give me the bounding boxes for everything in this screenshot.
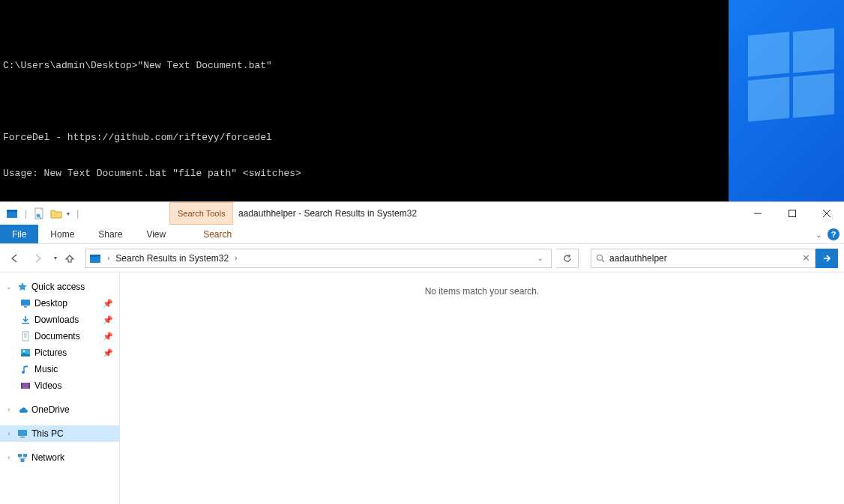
navpane-music[interactable]: Music (0, 361, 119, 377)
ribbon-tab-view[interactable]: View (134, 225, 178, 243)
navpane-label: Videos (34, 380, 119, 391)
svg-point-20 (23, 350, 25, 353)
location-icon (89, 252, 101, 264)
navigation-pane: ⌄ Quick access Desktop 📌 Downloads 📌 (0, 273, 120, 504)
navpane-label: Music (34, 364, 119, 374)
search-go-button[interactable] (816, 249, 838, 268)
windows-logo (748, 34, 838, 124)
downloads-icon (19, 314, 31, 326)
empty-results-message: No items match your search. (120, 286, 844, 297)
console-line: C:\Users\admin\Desktop>"New Text Documen… (3, 60, 726, 72)
svg-rect-12 (21, 300, 30, 306)
up-button[interactable] (64, 253, 81, 264)
pin-icon: 📌 (103, 332, 113, 341)
separator: | (76, 208, 79, 219)
svg-rect-1 (7, 210, 17, 212)
navigation-bar: ▾ › Search Results in System32 › ⌄ ✕ (0, 244, 844, 273)
network-icon (16, 452, 28, 464)
close-button[interactable] (810, 202, 844, 225)
clear-search-icon[interactable]: ✕ (802, 252, 810, 264)
pictures-icon (19, 347, 31, 359)
onedrive-icon (16, 404, 28, 416)
expand-icon[interactable]: › (4, 454, 13, 461)
expand-icon[interactable]: › (4, 430, 13, 437)
navpane-onedrive[interactable]: › OneDrive (0, 401, 119, 418)
explorer-icon (6, 207, 18, 219)
desktop-icon (19, 297, 31, 309)
svg-rect-26 (20, 437, 25, 438)
help-icon[interactable]: ? (828, 228, 840, 240)
pin-icon: 📌 (103, 299, 113, 309)
expand-ribbon-icon[interactable]: ⌄ (816, 231, 822, 239)
chevron-right-icon[interactable]: › (104, 254, 112, 262)
svg-rect-9 (90, 255, 100, 257)
svg-rect-15 (22, 332, 28, 341)
svg-rect-5 (789, 210, 796, 217)
svg-point-3 (37, 214, 40, 218)
svg-rect-13 (24, 306, 27, 308)
ribbon-tabs: File Home Share View Search ⌄ ? (0, 225, 844, 244)
back-button[interactable] (6, 249, 24, 267)
properties-icon[interactable] (34, 207, 46, 219)
collapse-icon[interactable]: ⌄ (4, 283, 13, 291)
navpane-desktop[interactable]: Desktop 📌 (0, 295, 119, 312)
navpane-downloads[interactable]: Downloads 📌 (0, 312, 119, 328)
file-explorer-window: | ▾ | Search Tools aadauthhelper - Searc… (0, 201, 844, 504)
svg-point-21 (22, 371, 25, 374)
forward-button[interactable] (28, 249, 46, 267)
search-box[interactable]: ✕ (591, 249, 816, 268)
qat-dropdown-icon[interactable]: ▾ (67, 210, 70, 217)
documents-icon (19, 330, 31, 342)
address-segment[interactable]: Search Results in System32 (115, 253, 229, 264)
refresh-button[interactable] (556, 249, 579, 268)
navpane-network[interactable]: › Network (0, 449, 119, 466)
search-icon (596, 254, 605, 263)
minimize-button[interactable] (741, 202, 775, 225)
address-dropdown-icon[interactable]: ⌄ (533, 255, 548, 262)
this-pc-icon (16, 428, 28, 440)
window-title: aadauthhelper - Search Results in System… (238, 202, 417, 225)
search-input[interactable] (609, 253, 798, 264)
star-icon (16, 281, 28, 293)
navpane-label: OneDrive (31, 404, 119, 415)
navpane-videos[interactable]: Videos (0, 377, 119, 394)
videos-icon (19, 380, 31, 392)
navpane-label: Network (31, 452, 119, 463)
navpane-pictures[interactable]: Pictures 📌 (0, 344, 119, 361)
new-folder-icon[interactable] (50, 207, 62, 219)
svg-rect-28 (23, 454, 27, 457)
expand-icon[interactable]: › (4, 406, 13, 413)
results-pane: No items match your search. (120, 273, 844, 504)
svg-point-10 (597, 255, 603, 260)
address-bar[interactable]: › Search Results in System32 › ⌄ (85, 249, 552, 268)
context-tab-label: Search Tools (178, 209, 225, 218)
svg-rect-14 (22, 323, 29, 324)
separator: | (25, 208, 27, 219)
recent-locations-button[interactable]: ▾ (51, 255, 60, 261)
context-tab-search-tools: Search Tools (169, 202, 233, 225)
pin-icon: 📌 (103, 315, 113, 325)
svg-rect-24 (28, 383, 30, 389)
maximize-button[interactable] (775, 202, 810, 225)
navpane-label: Quick access (31, 282, 119, 292)
svg-rect-29 (21, 459, 25, 462)
title-bar: | ▾ | Search Tools aadauthhelper - Searc… (0, 202, 844, 225)
svg-line-11 (602, 260, 604, 262)
command-prompt-window[interactable]: C:\Users\admin\Desktop>"New Text Documen… (0, 0, 729, 201)
navpane-quick-access[interactable]: ⌄ Quick access (0, 279, 119, 295)
chevron-right-icon[interactable]: › (232, 254, 240, 262)
svg-rect-23 (21, 383, 22, 389)
svg-rect-27 (18, 454, 22, 457)
ribbon-tab-home[interactable]: Home (38, 225, 86, 243)
navpane-documents[interactable]: Documents 📌 (0, 328, 119, 344)
navpane-label: This PC (31, 428, 119, 439)
console-line: Usage: New Text Document.bat "file path"… (3, 168, 726, 180)
pin-icon: 📌 (103, 348, 113, 358)
navpane-this-pc[interactable]: › This PC (0, 425, 119, 442)
ribbon-tab-share[interactable]: Share (86, 225, 134, 243)
ribbon-tab-file[interactable]: File (0, 225, 38, 243)
ribbon-tab-search[interactable]: Search (191, 225, 244, 243)
svg-rect-25 (18, 430, 27, 436)
music-icon (19, 363, 31, 375)
console-line (3, 96, 726, 108)
